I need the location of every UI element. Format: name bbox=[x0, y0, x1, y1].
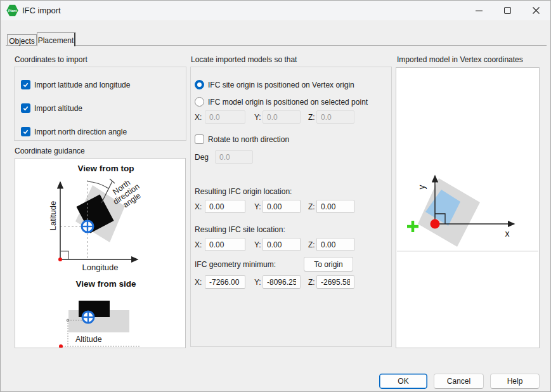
minimize-icon bbox=[476, 10, 483, 11]
view-from-side-title: View from side bbox=[75, 279, 136, 289]
to-origin-button[interactable]: To origin bbox=[304, 257, 353, 271]
guidance-diagram: View from top Latitude Longitude bbox=[15, 159, 185, 348]
north-line-tick bbox=[110, 179, 115, 183]
model-origin-red-dot bbox=[431, 219, 440, 229]
origin-z-label: Z: bbox=[308, 202, 315, 211]
origin-z-input[interactable] bbox=[316, 200, 354, 213]
selected-point-plus-icon bbox=[407, 221, 418, 232]
geomin-x-label: X: bbox=[195, 278, 202, 287]
tab-placement[interactable]: Placement bbox=[37, 32, 75, 46]
y-axis-label: y bbox=[417, 185, 427, 190]
import-latlong-label: Import latitude and longitude bbox=[34, 81, 130, 89]
geomin-y-label: Y: bbox=[254, 278, 261, 287]
import-north-angle-label: Import north direction angle bbox=[34, 127, 127, 136]
view-from-top-title: View from top bbox=[77, 164, 134, 173]
north-angle-arc bbox=[88, 181, 108, 188]
geomin-y-input[interactable] bbox=[263, 275, 301, 289]
origin-y-label: Y: bbox=[254, 202, 261, 211]
origin-location-header: Resulting IFC origin location: bbox=[195, 187, 292, 196]
geomin-z-label: Z: bbox=[308, 278, 315, 287]
rotate-to-north-label: Rotate to north direction bbox=[208, 135, 289, 144]
altitude-label: Altitude bbox=[75, 335, 102, 344]
deg-input[interactable] bbox=[215, 150, 253, 164]
side-origin-red-dot bbox=[59, 344, 63, 348]
imported-model-panel: x y bbox=[396, 67, 540, 348]
coordinates-to-import-header: Coordinates to import bbox=[15, 55, 88, 64]
site-crosshair-icon bbox=[82, 221, 93, 232]
close-icon bbox=[532, 6, 540, 15]
origin-y-input[interactable] bbox=[263, 200, 301, 213]
coordinate-guidance-panel: View from top Latitude Longitude bbox=[15, 158, 186, 348]
site-y-label: Y: bbox=[254, 240, 261, 249]
x-axis-label: x bbox=[505, 228, 510, 238]
check-icon bbox=[22, 128, 29, 135]
import-altitude-label: Import altitude bbox=[34, 104, 82, 113]
geometry-minimum-header: IFC geometry minimum: bbox=[195, 260, 276, 269]
geomin-x-input[interactable] bbox=[205, 275, 245, 289]
plant-app-icon: Plant bbox=[6, 4, 18, 16]
radio-site-origin-label: IFC site origin is positioned on Vertex … bbox=[208, 81, 354, 89]
origin-x-input[interactable] bbox=[205, 200, 245, 213]
title-bar: Plant IFC import bbox=[1, 1, 550, 20]
close-button[interactable] bbox=[522, 1, 550, 20]
import-latlong-checkbox[interactable] bbox=[21, 80, 30, 89]
coordinate-guidance-header: Coordinate guidance bbox=[15, 147, 85, 155]
site-x-label: X: bbox=[195, 240, 202, 249]
tabbar-divider bbox=[6, 45, 547, 46]
cancel-button[interactable]: Cancel bbox=[434, 374, 484, 389]
site-x-input[interactable] bbox=[205, 238, 245, 251]
minimize-button[interactable] bbox=[465, 1, 493, 20]
point-z-input[interactable] bbox=[316, 110, 354, 124]
maximize-button[interactable] bbox=[493, 1, 522, 20]
geomin-z-input[interactable] bbox=[316, 275, 354, 289]
import-altitude-checkbox[interactable] bbox=[21, 103, 30, 113]
plant-app-icon-text: Plant bbox=[8, 9, 16, 13]
maximize-icon bbox=[504, 7, 511, 14]
longitude-axis-label: Longitude bbox=[82, 263, 118, 272]
radio-model-origin-label: IFC model origin is positioned on select… bbox=[208, 98, 368, 107]
tab-objects[interactable]: Objects bbox=[7, 34, 37, 45]
imported-model-header: Imported model in Vertex coordinates bbox=[397, 55, 523, 64]
site-z-input[interactable] bbox=[316, 238, 354, 251]
point-y-input[interactable] bbox=[263, 110, 301, 124]
origin-x-label: X: bbox=[195, 202, 202, 211]
radio-model-origin-on-selected-point[interactable] bbox=[195, 97, 204, 107]
point-z-label: Z: bbox=[308, 113, 315, 122]
window-title: IFC import bbox=[22, 6, 61, 15]
origin-red-dot bbox=[58, 258, 62, 261]
latitude-axis-label: Latitude bbox=[48, 201, 58, 230]
rotate-to-north-checkbox[interactable] bbox=[195, 134, 204, 144]
site-location-header: Resulting IFC site location: bbox=[195, 225, 285, 234]
check-icon bbox=[22, 81, 29, 88]
site-y-input[interactable] bbox=[263, 238, 301, 251]
radio-site-origin-on-vertex-origin[interactable] bbox=[195, 80, 204, 89]
site-z-label: Z: bbox=[308, 240, 315, 249]
point-x-label: X: bbox=[195, 113, 202, 122]
point-y-label: Y: bbox=[254, 113, 261, 122]
check-icon bbox=[22, 105, 29, 112]
side-crosshair-icon bbox=[82, 311, 94, 323]
ok-button[interactable]: OK bbox=[379, 374, 427, 389]
import-north-angle-checkbox[interactable] bbox=[21, 127, 30, 136]
locate-models-header: Locate imported models so that bbox=[191, 55, 297, 64]
imported-model-diagram: x y bbox=[396, 68, 539, 348]
point-x-input[interactable] bbox=[205, 110, 245, 124]
help-button[interactable]: Help bbox=[490, 374, 540, 389]
deg-label: Deg bbox=[195, 153, 209, 162]
ifc-import-dialog: Plant IFC import Objects Placement Coord… bbox=[0, 0, 551, 392]
